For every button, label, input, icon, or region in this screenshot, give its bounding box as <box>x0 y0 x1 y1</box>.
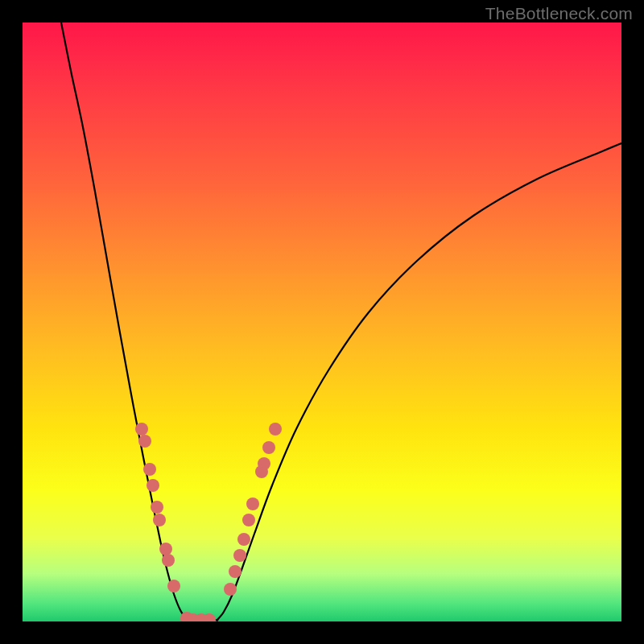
data-point-marker <box>138 435 151 448</box>
data-point-marker <box>162 554 175 567</box>
data-point-marker <box>159 543 172 555</box>
data-point-marker <box>229 565 242 578</box>
data-point-marker <box>233 549 246 562</box>
data-point-marker <box>269 423 282 436</box>
data-point-marker <box>143 463 156 476</box>
data-point-marker <box>242 514 255 526</box>
data-point-marker <box>135 423 148 436</box>
data-point-marker <box>262 441 275 454</box>
data-point-marker <box>246 497 259 510</box>
data-point-marker <box>147 479 159 492</box>
data-point-marker <box>237 533 250 546</box>
bottleneck-curve <box>61 23 621 621</box>
watermark-text: TheBottleneck.com <box>485 4 633 23</box>
data-point-marker <box>224 583 237 596</box>
chart-frame: TheBottleneck.com <box>0 0 644 644</box>
marker-group <box>135 423 282 621</box>
data-point-marker <box>167 580 180 592</box>
plot-area <box>23 23 621 621</box>
data-point-marker <box>153 514 166 526</box>
data-point-marker <box>151 501 163 514</box>
chart-svg <box>23 23 621 621</box>
data-point-marker <box>258 457 270 470</box>
